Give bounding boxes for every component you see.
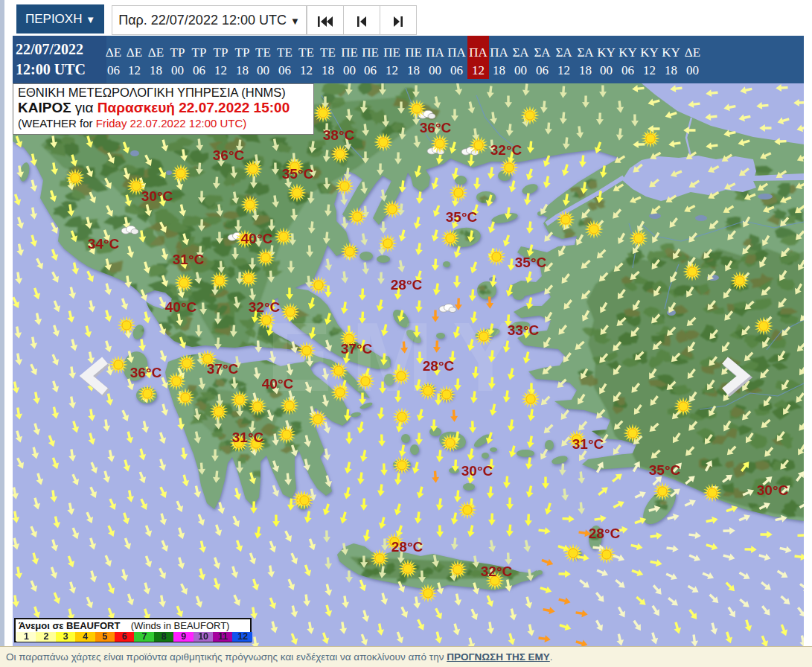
svg-text:28°C: 28°C	[589, 526, 621, 541]
svg-text:31°C: 31°C	[173, 252, 205, 267]
svg-text:28°C: 28°C	[423, 358, 455, 374]
svg-text:28°C: 28°C	[391, 539, 423, 555]
svg-text:30°C: 30°C	[461, 463, 493, 479]
svg-text:32°C: 32°C	[490, 142, 522, 158]
svg-text:35°C: 35°C	[649, 462, 681, 478]
svg-text:36°C: 36°C	[213, 147, 245, 163]
svg-text:38°C: 38°C	[323, 127, 355, 143]
svg-text:34°C: 34°C	[88, 236, 120, 252]
svg-text:31°C: 31°C	[232, 430, 264, 445]
svg-text:37°C: 37°C	[207, 361, 239, 377]
svg-text:32°C: 32°C	[249, 299, 281, 315]
svg-text:37°C: 37°C	[341, 341, 373, 357]
svg-text:30°C: 30°C	[757, 482, 789, 498]
svg-text:31°C: 31°C	[572, 436, 604, 452]
svg-text:36°C: 36°C	[130, 365, 162, 380]
svg-text:33°C: 33°C	[508, 322, 540, 338]
svg-text:40°C: 40°C	[165, 299, 197, 315]
svg-text:28°C: 28°C	[391, 277, 423, 293]
svg-text:35°C: 35°C	[515, 255, 547, 270]
svg-text:35°C: 35°C	[446, 209, 478, 225]
svg-text:30°C: 30°C	[141, 188, 173, 204]
svg-text:36°C: 36°C	[420, 120, 452, 135]
svg-text:40°C: 40°C	[262, 376, 294, 392]
svg-text:32°C: 32°C	[481, 564, 513, 579]
svg-text:40°C: 40°C	[241, 231, 273, 246]
svg-text:35°C: 35°C	[282, 166, 314, 182]
